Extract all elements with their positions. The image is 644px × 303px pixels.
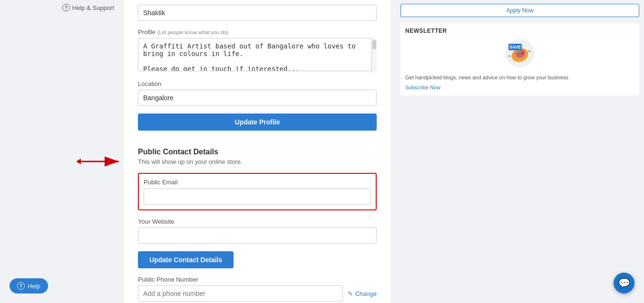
help-button[interactable]: ? Help — [10, 278, 48, 294]
profile-label: Profile (Let people know what you do) — [138, 28, 377, 36]
public-email-highlighted-box: Public Email — [138, 173, 377, 210]
location-field-group: Location — [138, 80, 377, 106]
update-contact-group: Update Contact Details — [138, 251, 377, 268]
textarea-scrollbar[interactable] — [371, 38, 377, 73]
phone-field-group: Public Phone Number ✎ Change — [138, 276, 377, 302]
newsletter-text: Get handpicked blogs, news and advice on… — [405, 74, 634, 81]
edit-icon: ✎ — [348, 290, 353, 297]
name-input[interactable] — [138, 5, 377, 21]
website-input[interactable] — [138, 227, 377, 244]
help-support-link[interactable]: ? Help & Support — [62, 4, 114, 11]
update-profile-group: Update Profile — [138, 114, 377, 131]
newsletter-card: NEWSLETTER — [400, 23, 639, 95]
update-profile-button[interactable]: Update Profile — [138, 114, 377, 131]
phone-input[interactable] — [138, 285, 343, 302]
svg-marker-1 — [76, 159, 81, 164]
contact-section-title: Public Contact Details — [138, 148, 377, 156]
red-arrow-annotation — [76, 152, 128, 172]
scrollbar-thumb — [372, 40, 376, 49]
location-input[interactable] — [138, 90, 377, 106]
help-button-label: Help — [28, 283, 40, 290]
chat-icon: 💬 — [618, 277, 630, 289]
contact-section: Public Contact Details This will show up… — [138, 148, 377, 302]
apply-now-button[interactable]: Apply Now — [400, 4, 639, 17]
public-email-label: Public Email — [144, 179, 371, 186]
update-contact-button[interactable]: Update Contact Details — [138, 251, 234, 268]
svg-point-7 — [520, 51, 521, 52]
svg-text:SAVE: SAVE — [509, 45, 521, 49]
help-button-icon: ? — [17, 282, 25, 290]
website-label: Your Website — [138, 218, 377, 225]
svg-point-6 — [517, 51, 519, 53]
svg-point-12 — [508, 55, 510, 57]
public-email-input[interactable] — [144, 189, 371, 205]
location-label: Location — [138, 80, 377, 87]
profile-field-group: Profile (Let people know what you do) A … — [138, 28, 377, 73]
svg-point-9 — [521, 52, 523, 54]
contact-section-subtitle: This will show up on your online store. — [138, 158, 377, 165]
phone-label: Public Phone Number — [138, 276, 377, 283]
website-field-group: Your Website — [138, 218, 377, 244]
main-content-area: Profile (Let people know what you do) A … — [124, 0, 391, 303]
newsletter-image: SAVE — [405, 38, 634, 70]
newsletter-title: NEWSLETTER — [405, 28, 634, 34]
subscribe-now-link[interactable]: Subscribe Now — [405, 85, 440, 90]
name-field-group — [138, 5, 377, 21]
help-support-label: Help & Support — [72, 4, 114, 11]
profile-textarea[interactable]: A Graffiti Artist based out of Bangalore… — [138, 38, 377, 71]
right-sidebar: Apply Now NEWSLETTER — [391, 0, 644, 303]
change-phone-link[interactable]: ✎ Change — [348, 290, 377, 297]
phone-row: ✎ Change — [138, 285, 377, 302]
chat-button[interactable]: 💬 — [614, 273, 634, 294]
profile-textarea-wrapper: A Graffiti Artist based out of Bangalore… — [138, 38, 377, 73]
help-support-icon: ? — [62, 4, 70, 11]
change-link-label: Change — [355, 290, 377, 297]
svg-point-13 — [528, 50, 530, 52]
